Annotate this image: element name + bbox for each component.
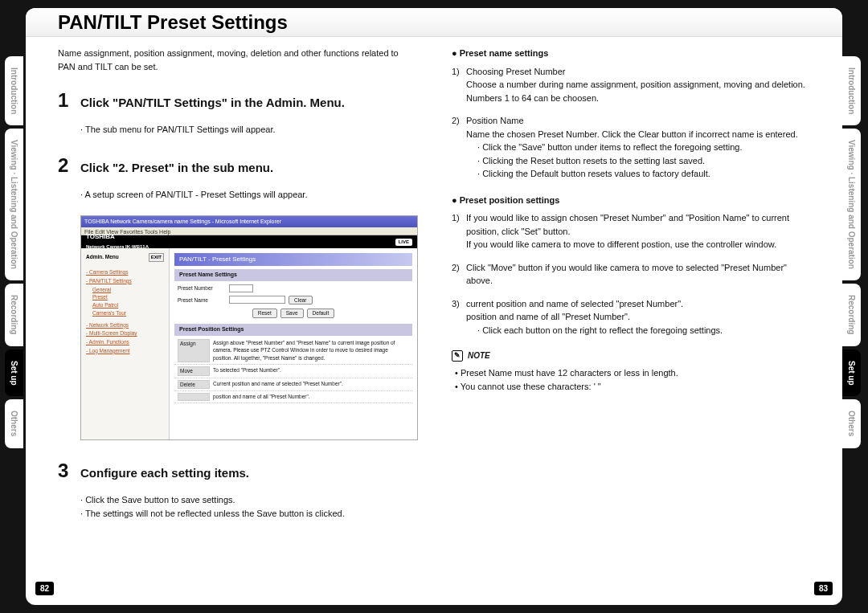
- page-number-right: 83: [814, 582, 833, 595]
- step-2-bullet: A setup screen of PAN/TILT - Preset Sett…: [80, 188, 413, 202]
- tabs-left: Introduction Viewing · Listening and Ope…: [5, 56, 26, 452]
- item-desc: position and name of all "Preset Number"…: [466, 312, 630, 321]
- title-bar: PAN/TILT Preset Settings: [26, 8, 842, 37]
- tab-viewing-r[interactable]: Viewing · Listening and Operation: [842, 129, 861, 280]
- item-text: current position and name of selected "p…: [466, 299, 683, 309]
- preset-number-label: Preset Number: [178, 284, 226, 292]
- item-text: Choosing Preset Number: [466, 67, 566, 76]
- tab-set-up[interactable]: Set up: [5, 349, 23, 397]
- intro-text: Name assignment, position assignment, mo…: [58, 47, 413, 73]
- row-all-desc: position and name of all "Preset Number"…: [210, 393, 409, 401]
- item-desc: If you would like camera to move to diff…: [466, 239, 776, 249]
- row-assign[interactable]: Assign: [178, 339, 210, 362]
- step-text: Click "2. Preset" in the sub menu.: [80, 159, 413, 178]
- item-num: 3): [452, 297, 466, 337]
- step-text: Configure each setting items.: [80, 464, 413, 483]
- preset-name-label: Preset Name: [178, 296, 226, 304]
- row-move-desc: To selected "Preset Number".: [210, 366, 409, 376]
- page-title: PAN/TILT Preset Settings: [58, 11, 810, 34]
- settings-area: PAN/TILT - Preset Settings Preset Name S…: [170, 248, 417, 440]
- item-text: Click "Move" button if you would like ca…: [466, 261, 810, 288]
- preset-number-select[interactable]: [229, 284, 253, 292]
- note-2: You cannot use these characters: ' ": [455, 380, 810, 394]
- section-header: PAN/TILT - Preset Settings: [174, 253, 412, 266]
- step-1-body: The sub menu for PAN/TILT Settings will …: [80, 123, 413, 137]
- row-empty: [178, 393, 210, 401]
- sub-bullet: Clicking the Default button resets value…: [477, 169, 710, 178]
- row-delete-desc: Current position and name of selected "P…: [210, 380, 409, 390]
- preset-name-input[interactable]: [229, 296, 285, 304]
- note-1: Preset Name must have 12 characters or l…: [455, 366, 810, 380]
- admin-menu-header: Admin. Menu: [86, 253, 119, 262]
- item-num: 2): [452, 261, 466, 288]
- left-column: Name assignment, position assignment, mo…: [26, 8, 432, 605]
- item-desc: Name the chosen Preset Number. Click the…: [466, 129, 798, 139]
- step-2-body: A setup screen of PAN/TILT - Preset Sett…: [80, 188, 413, 202]
- item-desc2: Numbers 1 to 64 can be choosen.: [466, 93, 599, 103]
- right-column: Preset name settings 1)Choosing Preset N…: [432, 8, 842, 605]
- preset-position-settings-heading: Preset position settings: [452, 194, 810, 207]
- save-button[interactable]: Save: [280, 309, 304, 318]
- tab-recording[interactable]: Recording: [5, 284, 23, 345]
- step-3-bullet-1: Click the Save button to save settings.: [80, 493, 413, 507]
- pencil-icon: ✎: [452, 350, 463, 362]
- step-3-bullet-2: The settings will not be reflected unles…: [80, 507, 413, 521]
- preset-position-header: Preset Position Settings: [174, 324, 412, 336]
- sub-bullet: Clicking the Reset button resets to the …: [477, 156, 705, 166]
- tab-others[interactable]: Others: [5, 399, 23, 447]
- tab-viewing[interactable]: Viewing · Listening and Operation: [5, 129, 23, 280]
- menu-general[interactable]: General: [92, 286, 164, 294]
- tabs-right: Introduction Viewing · Listening and Ope…: [842, 56, 863, 452]
- page-number-left: 82: [35, 582, 54, 595]
- camera-header: TOSHIBA Network Camera IK-WB11A LIVE: [81, 235, 417, 248]
- reset-button[interactable]: Reset: [252, 309, 277, 318]
- menu-cameras-tour[interactable]: Camera's Tour: [92, 309, 164, 317]
- menu-auto-patrol[interactable]: Auto Patrol: [92, 301, 164, 309]
- admin-menu: Admin. MenuEXIT - Camera Settings - PAN/…: [81, 248, 170, 440]
- menu-pantilt-settings[interactable]: - PAN/TILT Settings: [86, 277, 164, 285]
- tab-others-r[interactable]: Others: [842, 399, 861, 447]
- item-num: 1): [452, 211, 466, 251]
- clear-button[interactable]: Clear: [289, 296, 313, 305]
- preset-name-settings-heading: Preset name settings: [452, 47, 810, 60]
- browser-title-bar: TOSHIBA Network Camera/camera name Setti…: [81, 216, 417, 227]
- step-text: Click "PAN/TILT Settings" in the Admin. …: [80, 94, 413, 112]
- step-number: 3: [58, 456, 80, 485]
- tab-recording-r[interactable]: Recording: [842, 284, 861, 345]
- menu-network-settings[interactable]: - Network Settings: [86, 321, 164, 329]
- row-delete[interactable]: Delete: [178, 380, 210, 390]
- item-text: If you would like to assign chosen "Pres…: [466, 213, 789, 236]
- step-3-body: Click the Save button to save settings. …: [80, 493, 413, 520]
- menu-log-management[interactable]: - Log Management: [86, 347, 164, 355]
- page-spread: PAN/TILT Preset Settings Introduction Vi…: [26, 8, 842, 605]
- menu-camera-settings[interactable]: - Camera Settings: [86, 268, 164, 276]
- item-num: 1): [452, 65, 466, 105]
- row-move[interactable]: Move: [178, 366, 210, 376]
- tab-set-up-r[interactable]: Set up: [842, 349, 861, 397]
- live-button[interactable]: LIVE: [395, 239, 412, 246]
- tab-introduction[interactable]: Introduction: [5, 56, 23, 125]
- note-label: NOTE: [468, 349, 490, 362]
- step-1-bullet: The sub menu for PAN/TILT Settings will …: [80, 123, 413, 137]
- tab-introduction-r[interactable]: Introduction: [842, 56, 861, 125]
- note-box: ✎ NOTE Preset Name must have 12 characte…: [452, 349, 810, 393]
- item-text: Position Name: [466, 116, 524, 125]
- step-3: 3 Configure each setting items.: [58, 456, 413, 485]
- brand-label: TOSHIBA: [86, 233, 115, 240]
- sub-bullet: Click each button on the right to reflec…: [477, 325, 723, 335]
- screenshot-preset-settings: TOSHIBA Network Camera/camera name Setti…: [80, 215, 418, 440]
- step-number: 2: [58, 151, 80, 180]
- menu-multiscreen[interactable]: - Multi-Screen Display: [86, 329, 164, 337]
- step-2: 2 Click "2. Preset" in the sub menu.: [58, 151, 413, 180]
- sub-bullet: Click the "Save" button under items to r…: [477, 142, 742, 152]
- menu-preset[interactable]: Preset: [92, 293, 164, 301]
- menu-admin-functions[interactable]: - Admin. Functions: [86, 338, 164, 346]
- exit-button[interactable]: EXIT: [149, 253, 164, 262]
- default-button[interactable]: Default: [307, 309, 335, 318]
- preset-name-header: Preset Name Settings: [174, 269, 412, 281]
- item-desc: Choose a number during name assignment, …: [466, 80, 805, 89]
- row-assign-desc: Assign above "Preset Number" and "Preset…: [210, 339, 409, 362]
- step-1: 1 Click "PAN/TILT Settings" in the Admin…: [58, 86, 413, 115]
- item-num: 2): [452, 114, 466, 181]
- step-number: 1: [58, 86, 80, 115]
